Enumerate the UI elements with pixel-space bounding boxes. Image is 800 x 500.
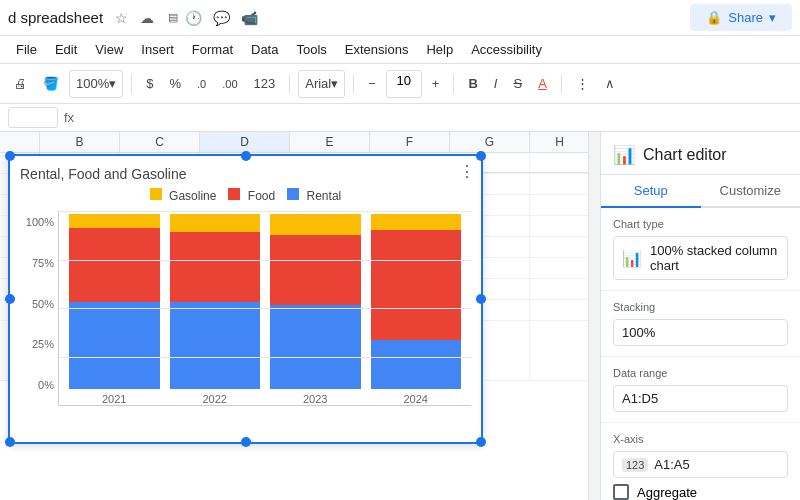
chart-editor-panel: 📊 Chart editor Setup Customize Chart typ… [600, 132, 800, 500]
decimal-increase-button[interactable]: .00 [216, 70, 243, 98]
chart-type-label: Chart type [613, 218, 788, 230]
menu-tools[interactable]: Tools [288, 40, 334, 59]
format-123-button[interactable]: 123 [248, 70, 282, 98]
stacked-bar-2023 [270, 214, 361, 389]
bold-button[interactable]: B [462, 70, 483, 98]
stacking-section: Stacking 100% [601, 291, 800, 357]
xaxis-value-container[interactable]: 123 A1:A5 [613, 451, 788, 478]
legend-label-rental: Rental [307, 189, 342, 203]
cell-h3[interactable] [530, 195, 590, 215]
bar-label-2021: 2021 [102, 393, 126, 405]
video-icon[interactable]: 📹 [239, 8, 259, 28]
menu-edit[interactable]: Edit [47, 40, 85, 59]
bars-container: 2021 2022 [58, 211, 471, 406]
resize-handle-tl[interactable] [5, 151, 15, 161]
resize-handle-mb[interactable] [241, 437, 251, 447]
cell-h2[interactable] [530, 174, 590, 194]
menu-format[interactable]: Format [184, 40, 241, 59]
bar-label-2022: 2022 [203, 393, 227, 405]
cell-reference-input[interactable] [8, 107, 58, 128]
formula-input[interactable] [80, 110, 792, 125]
cell-h6[interactable] [530, 258, 590, 278]
chart-title: Rental, Food and Gasoline [20, 166, 471, 182]
col-header-e[interactable]: E [290, 132, 370, 152]
data-range-label: Data range [613, 367, 788, 379]
tab-setup[interactable]: Setup [601, 175, 701, 208]
strikethrough-button[interactable]: S [507, 70, 528, 98]
menu-help[interactable]: Help [418, 40, 461, 59]
font-size-input[interactable]: 10 [386, 70, 422, 98]
share-button[interactable]: 🔒 Share ▾ [690, 4, 792, 31]
cloud-icon[interactable]: ☁ [137, 8, 157, 28]
italic-button[interactable]: I [488, 70, 504, 98]
menu-file[interactable]: File [8, 40, 45, 59]
font-selector[interactable]: Arial ▾ [298, 70, 345, 98]
col-header-f[interactable]: F [370, 132, 450, 152]
xaxis-label: X-axis [613, 433, 788, 445]
resize-handle-bl[interactable] [5, 437, 15, 447]
cell-h4[interactable] [530, 216, 590, 236]
cell-h1[interactable] [530, 153, 590, 173]
separator-2 [289, 74, 290, 94]
bar-food-2021 [69, 228, 160, 302]
chart-more-options-button[interactable]: ⋮ [459, 162, 475, 181]
data-range-section: Data range A1:D5 [601, 357, 800, 423]
cell-h7[interactable] [530, 279, 590, 299]
formula-bar: fx [0, 104, 800, 132]
zoom-selector[interactable]: 100% ▾ [69, 70, 123, 98]
col-header-g[interactable]: G [450, 132, 530, 152]
chart-type-section: Chart type 📊 100% stacked column chart [601, 208, 800, 291]
cell-h8[interactable] [530, 300, 590, 320]
comment-icon[interactable]: 💬 [211, 8, 231, 28]
menu-data[interactable]: Data [243, 40, 286, 59]
menu-view[interactable]: View [87, 40, 131, 59]
col-header-b[interactable]: B [40, 132, 120, 152]
font-color-button[interactable]: A [532, 70, 553, 98]
vertical-scrollbar[interactable] [588, 132, 600, 500]
resize-handle-br[interactable] [476, 437, 486, 447]
font-decrease-button[interactable]: − [362, 70, 382, 98]
decimal-decrease-button[interactable]: .0 [191, 70, 212, 98]
cell-h9[interactable] [530, 321, 590, 380]
stacking-label: Stacking [613, 301, 788, 313]
separator-4 [453, 74, 454, 94]
paint-format-button[interactable]: 🪣 [37, 70, 65, 98]
resize-handle-tr[interactable] [476, 151, 486, 161]
bar-group-2024: 2024 [371, 214, 462, 405]
resize-handle-ml[interactable] [5, 294, 15, 304]
menu-accessibility[interactable]: Accessibility [463, 40, 550, 59]
editor-tabs: Setup Customize [601, 175, 800, 208]
fx-icon: fx [64, 110, 74, 125]
tab-customize[interactable]: Customize [701, 175, 801, 206]
font-increase-button[interactable]: + [426, 70, 446, 98]
y-label-100: 100% [20, 216, 54, 228]
y-label-75: 75% [20, 257, 54, 269]
menu-bar: File Edit View Insert Format Data Tools … [0, 36, 800, 64]
legend-dot-food [228, 188, 240, 200]
aggregate-checkbox[interactable] [613, 484, 629, 500]
more-formats-button[interactable]: ⋮ [570, 70, 595, 98]
menu-extensions[interactable]: Extensions [337, 40, 417, 59]
spreadsheet-area[interactable]: B C D E F G H Rental Food Gasoline [0, 132, 600, 500]
col-header-h[interactable]: H [530, 132, 590, 152]
col-header-c[interactable]: C [120, 132, 200, 152]
print-button[interactable]: 🖨 [8, 70, 33, 98]
bar-group-2023: 2023 [270, 214, 361, 405]
chart-type-icon: 📊 [622, 249, 642, 268]
chart-type-selector[interactable]: 📊 100% stacked column chart [613, 236, 788, 280]
expand-toolbar-button[interactable]: ∧ [599, 70, 621, 98]
menu-insert[interactable]: Insert [133, 40, 182, 59]
stacked-bar-2024 [371, 214, 462, 389]
stacking-value[interactable]: 100% [613, 319, 788, 346]
data-range-value[interactable]: A1:D5 [613, 385, 788, 412]
resize-handle-mr[interactable] [476, 294, 486, 304]
history-clock-icon[interactable]: 🕐 [183, 8, 203, 28]
resize-handle-mt[interactable] [241, 151, 251, 161]
star-icon[interactable]: ☆ [111, 8, 131, 28]
toolbar: 🖨 🪣 100% ▾ $ % .0 .00 123 Arial ▾ − 10 +… [0, 64, 800, 104]
chart-container[interactable]: ⋮ Rental, Food and Gasoline Gasoline Foo… [8, 154, 483, 444]
cell-h5[interactable] [530, 237, 590, 257]
currency-button[interactable]: $ [140, 70, 159, 98]
col-header-d[interactable]: D [200, 132, 290, 152]
percent-button[interactable]: % [163, 70, 187, 98]
